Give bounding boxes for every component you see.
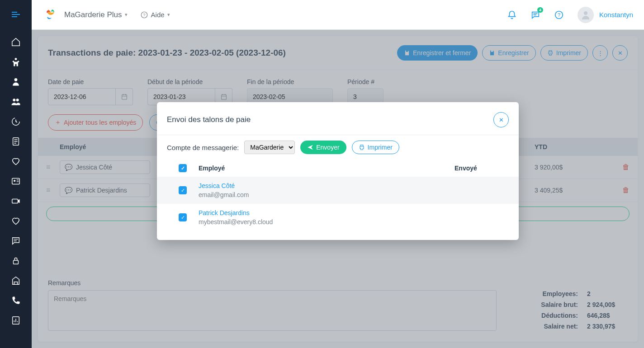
svg-point-1 — [14, 78, 17, 81]
modal-row: ✓ Patrick Desjardins mybestmail@every8.c… — [157, 204, 519, 231]
message-icon[interactable]: 4 — [530, 10, 540, 20]
id-card-icon[interactable] — [10, 175, 22, 187]
svg-point-3 — [16, 99, 19, 102]
people-icon[interactable] — [10, 96, 22, 108]
phone-icon[interactable] — [10, 295, 22, 306]
clock-icon[interactable] — [10, 116, 22, 127]
svg-point-0 — [15, 58, 17, 60]
help-menu[interactable]: ? Aide ▾ — [140, 11, 170, 19]
document-icon[interactable] — [10, 136, 22, 147]
modal-row: ✓ Jessica Côté email@gmail.com — [157, 177, 519, 204]
select-all-checkbox[interactable]: ✓ — [179, 164, 187, 172]
heart2-icon[interactable] — [10, 215, 22, 227]
heart-icon[interactable] — [10, 155, 22, 167]
camera-icon[interactable] — [10, 195, 22, 207]
employee-name-link[interactable]: Patrick Desjardins — [199, 209, 455, 216]
building-icon[interactable] — [10, 275, 22, 287]
help-icon[interactable]: ? — [554, 10, 564, 20]
menu-toggle-icon[interactable] — [10, 9, 21, 20]
home-icon[interactable] — [10, 36, 22, 48]
modal-title: Envoi des talons de paie — [167, 115, 251, 124]
chat-icon[interactable] — [10, 235, 22, 247]
person-icon[interactable] — [10, 76, 22, 88]
svg-text:?: ? — [143, 13, 145, 17]
svg-point-7 — [14, 180, 15, 182]
employee-email: mybestmail@every8.cloud — [199, 218, 455, 226]
lock-icon[interactable] — [10, 255, 22, 267]
svg-rect-9 — [14, 260, 19, 264]
row-checkbox[interactable]: ✓ — [179, 213, 187, 221]
modal-col-sent: Envoyé — [455, 165, 509, 172]
employee-email: email@gmail.com — [199, 191, 455, 198]
brand-name: MaGarderie Plus ▾ — [64, 10, 128, 19]
modal-close-button[interactable]: ✕ — [493, 112, 509, 127]
sidebar — [0, 0, 32, 348]
svg-point-2 — [13, 99, 15, 102]
row-checkbox[interactable]: ✓ — [179, 186, 187, 194]
bell-icon[interactable] — [507, 10, 517, 20]
modal-col-employee: Employé — [199, 165, 455, 172]
brand[interactable]: MaGarderie Plus ▾ — [43, 7, 128, 23]
modal-overlay: Envoi des talons de paie ✕ Compte de mes… — [32, 30, 644, 348]
avatar-icon — [578, 7, 594, 23]
report-icon[interactable] — [10, 315, 22, 326]
username: Konstantyn — [599, 11, 633, 19]
mail-account-select[interactable]: MaGarderie — [244, 141, 295, 154]
message-count-badge: 4 — [537, 7, 543, 13]
user-menu[interactable]: Konstantyn — [578, 7, 633, 23]
mail-account-label: Compte de messagerie: — [167, 144, 239, 151]
send-paystubs-modal: Envoi des talons de paie ✕ Compte de mes… — [157, 102, 519, 240]
modal-send-button[interactable]: Envoyer — [300, 141, 346, 154]
topbar: MaGarderie Plus ▾ ? Aide ▾ 4 ? Konstanty… — [32, 0, 644, 30]
svg-rect-8 — [12, 199, 18, 203]
svg-point-15 — [584, 11, 587, 15]
child-icon[interactable] — [10, 56, 22, 68]
chevron-down-icon: ▾ — [125, 12, 128, 18]
svg-text:?: ? — [558, 12, 560, 17]
employee-name-link[interactable]: Jessica Côté — [199, 182, 455, 189]
svg-rect-6 — [12, 179, 20, 184]
chevron-down-icon: ▾ — [167, 12, 170, 18]
modal-print-button[interactable]: Imprimer — [352, 141, 399, 154]
brand-logo-icon — [43, 7, 59, 23]
